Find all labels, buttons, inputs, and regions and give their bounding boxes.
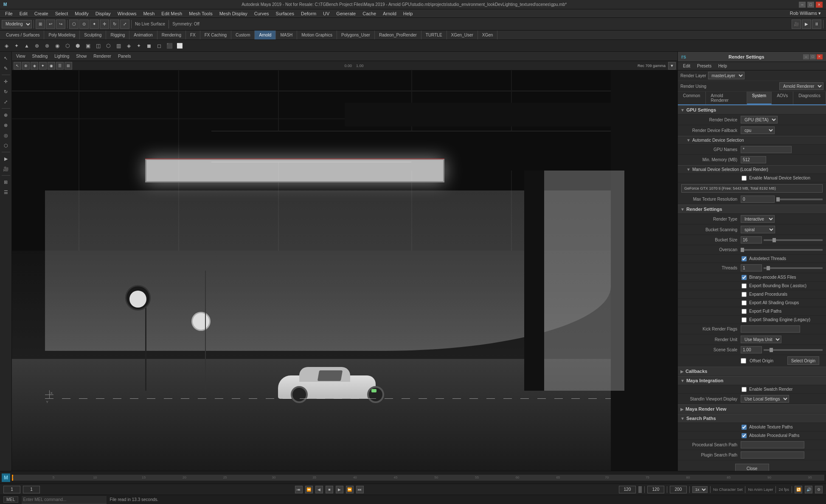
go-to-end-btn[interactable]: ⏭: [356, 486, 364, 493]
go-to-start-btn[interactable]: ⏮: [295, 486, 303, 493]
stop-btn[interactable]: ■: [326, 486, 333, 493]
shelf-tab-mash[interactable]: MASH: [276, 31, 297, 39]
max-frame-input[interactable]: [670, 486, 687, 493]
vt-btn5[interactable]: ◉: [48, 62, 55, 70]
vt-color-btn[interactable]: ▼: [668, 62, 676, 70]
procedural-search-input[interactable]: [741, 441, 804, 448]
rs-menu-edit[interactable]: Edit: [680, 63, 694, 69]
timeline-track[interactable]: 1 5 10 15 20 25 30 35 40 45 50 55 60 65 …: [12, 475, 824, 481]
enable-manual-checkbox[interactable]: [742, 176, 747, 181]
playback-speed-dropdown[interactable]: 1x: [692, 486, 708, 493]
bucket-size-thumb[interactable]: [773, 238, 776, 242]
shelf-tab-rigging[interactable]: Rigging: [106, 31, 129, 39]
tb-btn-3[interactable]: ↪: [56, 20, 65, 29]
shelf-tab-animation[interactable]: Animation: [129, 31, 157, 39]
rs-tab-diagnostics[interactable]: Diagnostics: [793, 92, 826, 104]
tb-pause-btn[interactable]: ⏸: [812, 20, 821, 29]
tb-rotate-btn[interactable]: ↻: [110, 20, 119, 29]
command-input[interactable]: [22, 496, 107, 504]
maximize-button[interactable]: □: [807, 2, 814, 8]
shelf-icon-12[interactable]: ▥: [114, 41, 123, 50]
menu-cache[interactable]: Cache: [359, 10, 379, 17]
rs-tab-arnold[interactable]: Arnold Renderer: [706, 92, 747, 104]
vt-btn1[interactable]: ↖: [14, 62, 21, 70]
tb-lasso-btn[interactable]: ⊙: [79, 20, 89, 29]
scene-scale-slider[interactable]: [764, 349, 823, 351]
threads-thumb[interactable]: [767, 266, 770, 270]
maya-render-view-header[interactable]: ▶ Maya Render View: [678, 404, 826, 414]
menu-arnold[interactable]: Arnold: [379, 10, 400, 17]
bucket-size-slider[interactable]: [764, 239, 823, 241]
step-fwd-btn[interactable]: ⏩: [346, 486, 354, 493]
play-back-btn[interactable]: ◀: [315, 486, 323, 493]
current-frame-input[interactable]: [3, 486, 20, 493]
scene-scale-thumb[interactable]: [770, 348, 773, 352]
vp-menu-view[interactable]: View: [14, 54, 27, 59]
binary-encode-checkbox[interactable]: [742, 275, 747, 280]
menu-mesh[interactable]: Mesh: [140, 10, 158, 17]
max-texture-thumb[interactable]: [776, 197, 780, 202]
shelf-icon-15[interactable]: ◼: [144, 41, 154, 50]
shelf-icon-8[interactable]: ⬢: [73, 41, 82, 50]
vt-btn4[interactable]: ✦: [39, 62, 47, 70]
menu-file[interactable]: File: [2, 10, 16, 17]
tb-btn-2[interactable]: ↩: [46, 20, 55, 29]
rs-maximize-btn[interactable]: □: [810, 54, 816, 59]
tb-ipr-btn[interactable]: ▶: [802, 20, 811, 29]
render-fallback-dropdown[interactable]: cpu: [741, 126, 775, 134]
shelf-tab-arnold[interactable]: Arnold: [255, 31, 276, 39]
overscan-slider[interactable]: [741, 249, 823, 251]
menu-edit-mesh[interactable]: Edit Mesh: [158, 10, 185, 17]
max-texture-input[interactable]: [741, 196, 775, 203]
vt-btn3[interactable]: ◈: [31, 62, 38, 70]
abs-procedural-checkbox[interactable]: [742, 433, 747, 438]
render-unit-dropdown[interactable]: Use Maya Unit: [741, 336, 781, 343]
menu-generate[interactable]: Generate: [333, 10, 359, 17]
menu-surfaces[interactable]: Surfaces: [273, 10, 298, 17]
kick-render-input[interactable]: [741, 325, 800, 333]
shelf-icon-16[interactable]: ◻: [155, 41, 164, 50]
menu-help[interactable]: Help: [400, 10, 416, 17]
lt-snap3[interactable]: ◎: [1, 131, 11, 140]
tb-select-btn[interactable]: ⬡: [69, 20, 79, 29]
shelf-tab-turtle[interactable]: TURTLE: [421, 31, 447, 39]
rs-tab-aovs[interactable]: AOVs: [772, 92, 793, 104]
tb-btn-1[interactable]: ⊞: [36, 20, 45, 29]
export-all-shading-checkbox[interactable]: [742, 300, 747, 305]
vt-btn7[interactable]: ⊞: [65, 62, 72, 70]
lt-snap4[interactable]: ⬡: [1, 141, 11, 150]
menu-mesh-tools[interactable]: Mesh Tools: [185, 10, 216, 17]
menu-display[interactable]: Display: [92, 10, 114, 17]
rs-menu-help[interactable]: Help: [715, 63, 730, 69]
play-fwd-btn[interactable]: ▶: [336, 486, 343, 493]
menu-windows[interactable]: Windows: [114, 10, 140, 17]
shelf-tab-rendering[interactable]: Rendering: [157, 31, 186, 39]
overscan-thumb[interactable]: [741, 248, 744, 252]
shelf-tab-poly-modeling[interactable]: Poly Modeling: [44, 31, 80, 39]
audio-btn[interactable]: 🔊: [805, 486, 812, 493]
expand-procedurals-checkbox[interactable]: [742, 292, 747, 297]
lt-select[interactable]: ↖: [1, 53, 11, 63]
start-frame-input[interactable]: [23, 486, 40, 493]
shelf-icon-2[interactable]: ✦: [12, 41, 21, 50]
shelf-icon-14[interactable]: ✦: [134, 41, 143, 50]
vt-btn6[interactable]: ☰: [56, 62, 64, 70]
shelf-tab-sculpting[interactable]: Sculpting: [80, 31, 106, 39]
shelf-tab-custom[interactable]: Custom: [231, 31, 255, 39]
vp-menu-shading[interactable]: Shading: [31, 54, 50, 59]
rs-close-title-btn[interactable]: ✕: [817, 54, 823, 59]
gpu-settings-header[interactable]: ▼ GPU Settings: [678, 105, 826, 115]
rs-close-button[interactable]: Close: [735, 464, 769, 471]
lt-paint[interactable]: ✎: [1, 64, 11, 73]
lt-scale[interactable]: ⤢: [1, 97, 11, 106]
shelf-tab-radeon[interactable]: Radeon_ProRender: [375, 31, 421, 39]
render-settings-section-header[interactable]: ▼ Render Settings: [678, 204, 826, 214]
tb-paint-btn[interactable]: ✦: [90, 20, 99, 29]
gpu-names-input[interactable]: [741, 146, 792, 153]
auto-device-header[interactable]: ▼ Automatic Device Selection: [678, 136, 826, 145]
shelf-icon-11[interactable]: ⬡: [104, 41, 113, 50]
autodetect-threads-checkbox[interactable]: [742, 256, 747, 261]
standin-viewport-dropdown[interactable]: Use Local Settings: [741, 395, 789, 403]
export-full-paths-checkbox[interactable]: [742, 309, 747, 314]
shelf-icon-9[interactable]: ▣: [83, 41, 93, 50]
